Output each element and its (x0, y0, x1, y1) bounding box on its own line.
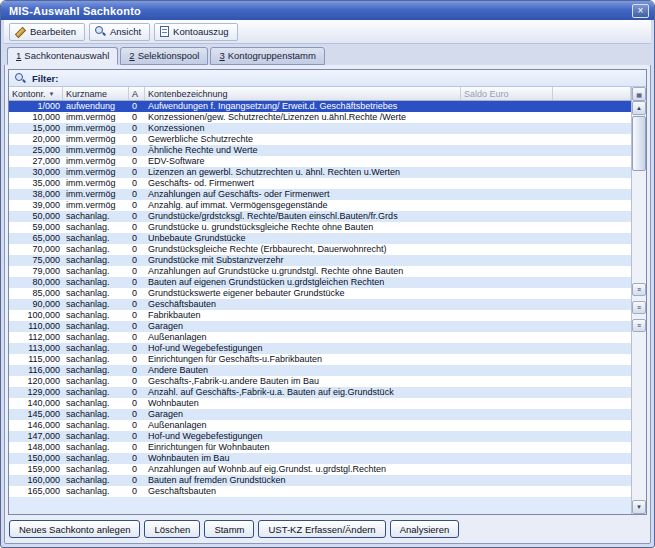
cell-kontonr: 27,000 (9, 156, 63, 167)
cell-saldo-euro (461, 310, 553, 321)
cell-saldo-euro (461, 277, 553, 288)
table-row[interactable]: 20,000 imm.vermög 0 Gewerbliche Schutzre… (9, 134, 631, 145)
cell-kontonr: 50,000 (9, 211, 63, 222)
table-row[interactable]: 165,000 sachanlag. 0 Geschäftsbauten (9, 486, 631, 497)
table-row[interactable]: 59,000 sachanlag. 0 Grundstücke u. grund… (9, 222, 631, 233)
column-header-kurzname[interactable]: Kurzname (63, 87, 129, 100)
table-row[interactable]: 75,000 sachanlag. 0 Grundstücke mit Subs… (9, 255, 631, 266)
cell-saldo-euro (461, 475, 553, 486)
scroll-down-icon[interactable]: ▼ (632, 500, 646, 514)
tab-number: 1 (16, 50, 21, 61)
scrollbar-track[interactable]: ≡ ≡ ≡ (632, 115, 646, 500)
table-row[interactable]: 1/000 aufwendung 0 Aufwendungen f. Ingan… (9, 101, 631, 112)
table-row[interactable]: 116,000 sachanlag. 0 Andere Bauten (9, 365, 631, 376)
column-header-saldo-euro[interactable]: Saldo Euro (461, 87, 553, 100)
new-account-button[interactable]: Neues Sachkonto anlegen (9, 520, 140, 538)
cell-a: 0 (129, 222, 145, 233)
cell-kontenbezeichnung: Grundstückswerte eigener bebauter Grunds… (145, 288, 461, 299)
table-row[interactable]: 150,000 sachanlag. 0 Wohnbauten im Bau (9, 453, 631, 464)
table-row[interactable]: 27,000 imm.vermög 0 EDV-Software (9, 156, 631, 167)
table-row[interactable]: 113,000 sachanlag. 0 Hof-und Wegebefesti… (9, 343, 631, 354)
column-header-a[interactable]: A (129, 87, 145, 100)
scrollbar-thumb[interactable] (632, 116, 646, 171)
table-row[interactable]: 120,000 sachanlag. 0 Geschäfts-,Fabrik-u… (9, 376, 631, 387)
cell-filler (553, 189, 631, 200)
table-row[interactable]: 110,000 sachanlag. 0 Garagen (9, 321, 631, 332)
cell-kontenbezeichnung: Geschäfts- od. Firmenwert (145, 178, 461, 189)
ustkz-button[interactable]: UST-KZ Erfassen/Ändern (258, 520, 385, 538)
cell-kurzname: sachanlag. (63, 222, 129, 233)
table-row[interactable]: 50,000 sachanlag. 0 Grundstücke/grdstcks… (9, 211, 631, 222)
table-row[interactable]: 140,000 sachanlag. 0 Wohnbauten (9, 398, 631, 409)
scroll-up-icon[interactable]: ▲ (632, 101, 646, 115)
cell-kontenbezeichnung: Lizenzen an gewerbl. Schutzrechten u. äh… (145, 167, 461, 178)
cell-filler (553, 112, 631, 123)
filter-magnifier-icon[interactable] (15, 73, 26, 84)
cell-kurzname: sachanlag. (63, 376, 129, 387)
titlebar[interactable]: MIS-Auswahl Sachkonto × (1, 1, 654, 20)
column-header-kontonr[interactable]: Kontonr. ▼ (9, 87, 63, 100)
cell-a: 0 (129, 332, 145, 343)
toolbar-button-ansicht[interactable]: Ansicht (89, 23, 150, 41)
table-row[interactable]: 146,000 sachanlag. 0 Außenanlagen (9, 420, 631, 431)
tab-selektionspool[interactable]: 2Selektionspool (120, 47, 208, 65)
table-row[interactable]: 112,000 sachanlag. 0 Außenanlagen (9, 332, 631, 343)
cell-filler (553, 310, 631, 321)
cell-kontonr: 80,000 (9, 277, 63, 288)
table-row[interactable]: 148,000 sachanlag. 0 Einrichtungen für W… (9, 442, 631, 453)
scroll-mark-button-2[interactable]: ≡ (632, 301, 646, 314)
table-row[interactable]: 38,000 imm.vermög 0 Anzahlungen auf Gesc… (9, 189, 631, 200)
column-header-kontenbezeichnung[interactable]: Kontenbezeichnung (145, 87, 461, 100)
table-row[interactable]: 79,000 sachanlag. 0 Anzahlungen auf Grun… (9, 266, 631, 277)
table-row[interactable]: 147,000 sachanlag. 0 Hof-und Wegebefesti… (9, 431, 631, 442)
cell-kontenbezeichnung: Ähnliche Rechte und Werte (145, 145, 461, 156)
tab-sachkontenauswahl[interactable]: 1Sachkontenauswahl (7, 47, 118, 65)
delete-button[interactable]: Löschen (144, 520, 200, 538)
cell-kurzname: imm.vermög (63, 156, 129, 167)
cell-filler (553, 442, 631, 453)
table-row[interactable]: 145,000 sachanlag. 0 Garagen (9, 409, 631, 420)
cell-kontonr: 165,000 (9, 486, 63, 497)
cell-kontenbezeichnung: Aufwendungen f. Ingangsetzung/ Erweit.d.… (145, 101, 461, 112)
table-row[interactable]: 30,000 imm.vermög 0 Lizenzen an gewerbl.… (9, 167, 631, 178)
table-row[interactable]: 80,000 sachanlag. 0 Bauten auf eigenen G… (9, 277, 631, 288)
cell-saldo-euro (461, 431, 553, 442)
cell-saldo-euro (461, 112, 553, 123)
column-chooser-button[interactable]: ▦ (632, 87, 646, 101)
cell-filler (553, 255, 631, 266)
close-icon[interactable]: × (632, 4, 649, 18)
cell-a: 0 (129, 453, 145, 464)
table-row[interactable]: 85,000 sachanlag. 0 Grundstückswerte eig… (9, 288, 631, 299)
table-row[interactable]: 100,000 sachanlag. 0 Fabrikbauten (9, 310, 631, 321)
cell-kurzname: sachanlag. (63, 486, 129, 497)
table-row[interactable]: 70,000 sachanlag. 0 Grundstücksgleiche R… (9, 244, 631, 255)
scroll-mark-button-3[interactable]: ≡ (632, 319, 646, 332)
toolbar-button-label: Ansicht (110, 26, 141, 37)
analyze-button[interactable]: Analysieren (390, 520, 460, 538)
cell-a: 0 (129, 376, 145, 387)
table-row[interactable]: 10,000 imm.vermög 0 Konzessionen/gew. Sc… (9, 112, 631, 123)
cell-kontenbezeichnung: Anzahlg. auf immat. Vermögensgegenstände (145, 200, 461, 211)
toolbar-button-kontoauszug[interactable]: Kontoauszug (154, 23, 237, 41)
cell-a: 0 (129, 244, 145, 255)
stamm-button[interactable]: Stamm (204, 520, 254, 538)
table-row[interactable]: 160,000 sachanlag. 0 Bauten auf fremden … (9, 475, 631, 486)
tab-kontogruppenstamm[interactable]: 3Kontogruppenstamm (210, 47, 325, 65)
toolbar-button-bearbeiten[interactable]: Bearbeiten (9, 23, 85, 41)
table-row[interactable]: 115,000 sachanlag. 0 Einrichtungen für G… (9, 354, 631, 365)
table-row[interactable]: 65,000 sachanlag. 0 Unbebaute Grundstück… (9, 233, 631, 244)
scroll-mark-button-1[interactable]: ≡ (632, 283, 646, 296)
table-row[interactable]: 25,000 imm.vermög 0 Ähnliche Rechte und … (9, 145, 631, 156)
cell-filler (553, 398, 631, 409)
table-row[interactable]: 129,000 sachanlag. 0 Anzahl. auf Geschäf… (9, 387, 631, 398)
grid-header: Kontonr. ▼ Kurzname A Kontenbezeichnung … (9, 87, 631, 101)
table-row[interactable]: 90,000 sachanlag. 0 Geschäftsbauten (9, 299, 631, 310)
cell-a: 0 (129, 464, 145, 475)
table-row[interactable]: 35,000 imm.vermög 0 Geschäfts- od. Firme… (9, 178, 631, 189)
table-row[interactable]: 39,000 imm.vermög 0 Anzahlg. auf immat. … (9, 200, 631, 211)
account-grid: Filter: Kontonr. ▼ Kurzname A Kontenbeze… (8, 69, 647, 515)
table-row[interactable]: 15,000 imm.vermög 0 Konzessionen (9, 123, 631, 134)
cell-kontonr: 39,000 (9, 200, 63, 211)
cell-filler (553, 288, 631, 299)
table-row[interactable]: 159,000 sachanlag. 0 Anzahlungen auf Woh… (9, 464, 631, 475)
